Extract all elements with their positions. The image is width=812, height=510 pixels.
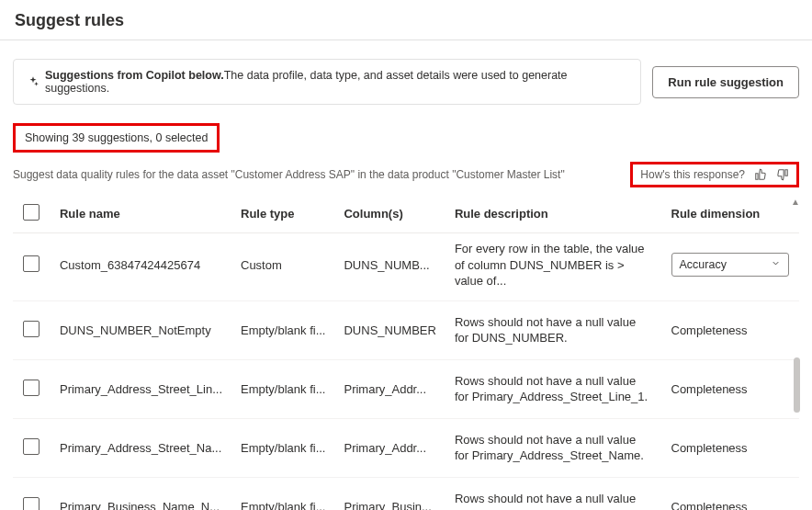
col-header-columns[interactable]: Column(s): [334, 197, 445, 233]
scroll-thumb[interactable]: [794, 357, 800, 413]
feedback-panel: How's this response?: [630, 162, 799, 187]
rule-dimension-cell: Completeness: [662, 300, 800, 359]
rule-type-cell: Empty/blank fi...: [231, 359, 334, 418]
suggestions-table: Rule name Rule type Column(s) Rule descr…: [13, 197, 799, 510]
rule-type-cell: Empty/blank fi...: [231, 300, 334, 359]
row-checkbox[interactable]: [23, 255, 39, 272]
table-row: Custom_63847424425674CustomDUNS_NUMB...F…: [13, 233, 799, 301]
sparkle-icon: [27, 75, 39, 88]
select-all-checkbox[interactable]: [23, 204, 39, 221]
rule-dimension-cell: Completeness: [662, 359, 800, 418]
rule-type-cell: Empty/blank fi...: [231, 477, 334, 510]
copilot-banner: Suggestions from Copilot below.The data …: [13, 59, 641, 105]
rule-name-cell: DUNS_NUMBER_NotEmpty: [51, 300, 231, 359]
rule-columns-cell: DUNS_NUMBER: [334, 300, 445, 359]
col-header-description[interactable]: Rule description: [445, 197, 662, 233]
col-header-dimension[interactable]: Rule dimension: [662, 197, 800, 233]
selection-status: Showing 39 suggestions, 0 selected: [13, 123, 220, 153]
rule-name-cell: Primary_Business_Name_N...: [51, 477, 231, 510]
chevron-down-icon: [771, 258, 781, 271]
rule-name-cell: Primary_Address_Street_Lin...: [51, 359, 231, 418]
thumbs-down-icon[interactable]: [776, 168, 789, 181]
rule-description-cell: For every row in the table, the value of…: [445, 233, 662, 301]
col-header-type[interactable]: Rule type: [231, 197, 334, 233]
rule-prompt-text: Suggest data quality rules for the data …: [13, 168, 565, 181]
rule-dimension-cell: Completeness: [662, 477, 800, 510]
table-row: DUNS_NUMBER_NotEmptyEmpty/blank fi...DUN…: [13, 300, 799, 359]
page-title: Suggest rules: [15, 11, 799, 30]
thumbs-up-icon[interactable]: [754, 168, 767, 181]
rule-description-cell: Rows should not have a null value for Pr…: [445, 418, 662, 477]
rule-description-cell: Rows should not have a null value for Pr…: [445, 477, 662, 510]
rule-columns-cell: DUNS_NUMB...: [334, 233, 445, 301]
table-row: Primary_Address_Street_Lin...Empty/blank…: [13, 359, 799, 418]
divider: [0, 40, 812, 40]
rule-dimension-select[interactable]: Accuracy: [671, 253, 789, 277]
rule-columns-cell: Primary_Addr...: [334, 418, 445, 477]
row-checkbox[interactable]: [23, 321, 39, 337]
rule-description-cell: Rows should not have a null value for Pr…: [445, 359, 662, 418]
rule-columns-cell: Primary_Addr...: [334, 359, 445, 418]
copilot-banner-bold: Suggestions from Copilot below.: [45, 69, 224, 82]
table-row: Primary_Address_Street_Na...Empty/blank …: [13, 418, 799, 477]
rule-type-cell: Empty/blank fi...: [231, 418, 334, 477]
scrollbar[interactable]: ▲ ▼: [790, 197, 801, 510]
rule-description-cell: Rows should not have a null value for DU…: [445, 300, 662, 359]
table-row: Primary_Business_Name_N...Empty/blank fi…: [13, 477, 799, 510]
feedback-label: How's this response?: [640, 168, 745, 181]
rule-type-cell: Custom: [231, 233, 334, 301]
rule-dimension-cell: Completeness: [662, 418, 800, 477]
rule-columns-cell: Primary_Busin...: [334, 477, 445, 510]
scroll-up-icon[interactable]: ▲: [791, 197, 800, 207]
rule-name-cell: Primary_Address_Street_Na...: [51, 418, 231, 477]
row-checkbox[interactable]: [23, 380, 39, 396]
row-checkbox[interactable]: [23, 497, 39, 510]
row-checkbox[interactable]: [23, 438, 39, 455]
rule-name-cell: Custom_63847424425674: [51, 233, 231, 301]
col-header-name[interactable]: Rule name: [51, 197, 231, 233]
run-rule-suggestion-button[interactable]: Run rule suggestion: [652, 66, 799, 98]
